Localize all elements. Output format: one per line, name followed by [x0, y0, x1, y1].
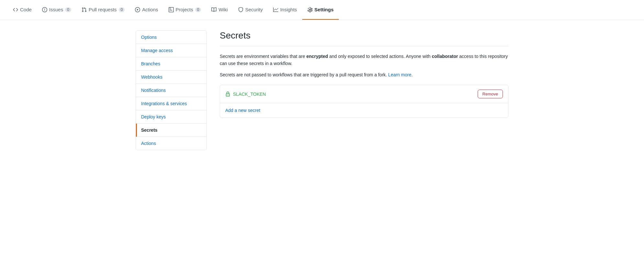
tab-insights-label: Insights — [280, 7, 297, 12]
wiki-icon — [211, 7, 217, 12]
desc1-mid: and only exposed to selected actions. An… — [328, 54, 432, 59]
sidebar: Options Manage access Branches Webhooks … — [136, 30, 207, 150]
code-icon — [13, 7, 18, 12]
secret-token-name: SLACK_TOKEN — [233, 92, 266, 97]
tab-wiki-label: Wiki — [218, 7, 228, 12]
tab-wiki[interactable]: Wiki — [206, 0, 233, 20]
tab-settings-label: Settings — [315, 7, 334, 12]
actions-icon — [135, 7, 140, 12]
desc1-bold2: collaborator — [432, 54, 458, 59]
add-secret-row: Add a new secret — [220, 103, 508, 117]
insights-icon — [273, 7, 278, 12]
tab-actions-label: Actions — [142, 7, 158, 12]
tab-code[interactable]: Code — [8, 0, 37, 20]
lock-icon — [225, 92, 230, 97]
learn-more-link[interactable]: Learn more — [388, 72, 412, 77]
tab-projects-label: Projects — [176, 7, 193, 12]
secret-name: SLACK_TOKEN — [225, 92, 266, 97]
description-1: Secrets are environment variables that a… — [220, 53, 508, 67]
secret-row: SLACK_TOKEN Remove — [220, 85, 508, 103]
projects-icon — [169, 7, 174, 12]
title-divider — [220, 46, 508, 46]
sidebar-item-notifications[interactable]: Notifications — [136, 84, 206, 97]
sidebar-item-manage-access[interactable]: Manage access — [136, 44, 206, 57]
projects-badge: 0 — [195, 7, 201, 12]
sidebar-item-webhooks[interactable]: Webhooks — [136, 71, 206, 84]
tab-code-label: Code — [20, 7, 32, 12]
issue-icon — [42, 7, 47, 12]
settings-icon — [307, 7, 313, 12]
tab-pull-requests[interactable]: Pull requests 0 — [76, 0, 130, 20]
pr-icon — [82, 7, 87, 12]
tab-actions[interactable]: Actions — [130, 0, 163, 20]
tab-pr-label: Pull requests — [89, 7, 117, 12]
sidebar-item-integrations-services[interactable]: Integrations & services — [136, 97, 206, 110]
sidebar-item-secrets[interactable]: Secrets — [136, 124, 206, 137]
remove-button[interactable]: Remove — [478, 90, 503, 98]
secrets-container: SLACK_TOKEN Remove Add a new secret — [220, 85, 508, 118]
issues-badge: 0 — [65, 7, 71, 12]
page-content: Secrets Secrets are environment variable… — [220, 30, 508, 150]
desc1-pre: Secrets are environment variables that a… — [220, 54, 306, 59]
tab-issues-label: Issues — [49, 7, 63, 12]
sidebar-item-options[interactable]: Options — [136, 31, 206, 44]
sidebar-item-actions[interactable]: Actions — [136, 137, 206, 150]
tab-settings[interactable]: Settings — [302, 0, 339, 20]
tab-security[interactable]: Security — [233, 0, 268, 20]
desc2-end: . — [411, 72, 413, 77]
desc1-bold1: encrypted — [306, 54, 328, 59]
security-icon — [238, 7, 243, 12]
pr-badge: 0 — [119, 7, 125, 12]
top-nav: Code Issues 0 Pull requests 0 Actions — [0, 0, 644, 20]
sidebar-item-deploy-keys[interactable]: Deploy keys — [136, 110, 206, 124]
main-layout: Options Manage access Branches Webhooks … — [128, 20, 516, 161]
tab-insights[interactable]: Insights — [268, 0, 302, 20]
page-title: Secrets — [220, 30, 508, 41]
tab-security-label: Security — [245, 7, 263, 12]
tab-issues[interactable]: Issues 0 — [37, 0, 76, 20]
add-secret-link[interactable]: Add a new secret — [225, 108, 260, 113]
tab-projects[interactable]: Projects 0 — [163, 0, 206, 20]
description-2: Secrets are not passed to workflows that… — [220, 71, 508, 78]
sidebar-item-branches[interactable]: Branches — [136, 57, 206, 71]
desc2-pre: Secrets are not passed to workflows that… — [220, 72, 388, 77]
